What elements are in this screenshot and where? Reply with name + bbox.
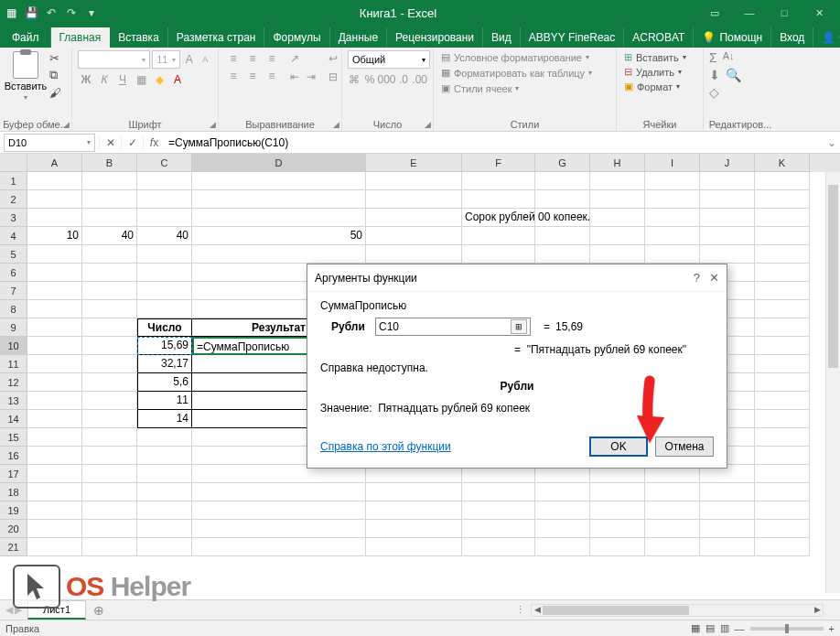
tab-abbyy[interactable]: ABBYY FineReac — [521, 27, 625, 48]
cut-icon[interactable]: ✂ — [49, 50, 66, 65]
dialog-close-icon[interactable]: ✕ — [709, 271, 719, 285]
row-header[interactable]: 14 — [0, 410, 27, 428]
save-icon[interactable]: 💾 — [24, 5, 38, 20]
formula-input[interactable] — [165, 134, 824, 152]
merge-icon[interactable]: ⊟ — [325, 69, 341, 85]
bold-button[interactable]: Ж — [78, 71, 94, 88]
col-header-h[interactable]: H — [590, 154, 645, 172]
col-header-j[interactable]: J — [700, 154, 755, 172]
dialog-launcher-icon[interactable]: ◢ — [210, 120, 216, 129]
percent-icon[interactable]: % — [363, 71, 377, 88]
row-header[interactable]: 7 — [0, 282, 27, 300]
cell-d4[interactable]: 50 — [192, 227, 366, 245]
format-cells-button[interactable]: ▣Формат▾ — [622, 80, 697, 93]
row-header[interactable]: 6 — [0, 264, 27, 282]
accounting-icon[interactable]: ⌘ — [348, 71, 361, 88]
dialog-launcher-icon[interactable]: ◢ — [63, 120, 70, 129]
row-header[interactable]: 21 — [0, 538, 27, 556]
row-header[interactable]: 11 — [0, 355, 27, 373]
find-icon[interactable]: 🔍 — [726, 68, 741, 82]
name-box[interactable]: D10▾ — [4, 134, 95, 152]
insert-function-icon[interactable]: fx — [143, 136, 165, 149]
row-header[interactable]: 4 — [0, 227, 27, 245]
col-header-b[interactable]: B — [82, 154, 137, 172]
row-header[interactable]: 20 — [0, 520, 27, 538]
grow-font-icon[interactable]: A — [182, 51, 197, 68]
qat-more-icon[interactable]: ▾ — [84, 5, 99, 20]
font-family-select[interactable]: ▾ — [78, 50, 150, 69]
align-center-icon[interactable]: ≡ — [243, 68, 262, 84]
normal-view-icon[interactable]: ▦ — [691, 622, 700, 634]
ribbon-options-icon[interactable]: ▭ — [697, 3, 732, 23]
comma-icon[interactable]: 000 — [379, 71, 395, 88]
tab-insert[interactable]: Вставка — [110, 27, 168, 48]
row-header[interactable]: 2 — [0, 190, 27, 209]
col-header-f[interactable]: F — [462, 154, 535, 172]
autosum-icon[interactable]: Σ — [709, 50, 717, 65]
tab-share[interactable]: 👤Общий доступ — [813, 27, 840, 48]
cell-c13[interactable]: 11 — [137, 392, 192, 410]
sheet-nav-prev-icon[interactable]: ◀ — [5, 604, 13, 616]
row-header[interactable]: 16 — [0, 447, 27, 465]
format-as-table-button[interactable]: ▦Форматировать как таблицу▾ — [439, 66, 610, 80]
range-selector-icon[interactable]: ⊞ — [511, 319, 527, 334]
insert-cells-button[interactable]: ⊞Вставить▾ — [622, 50, 697, 64]
decrease-indent-icon[interactable]: ⇤ — [286, 69, 303, 85]
font-color-icon[interactable]: A — [169, 71, 186, 88]
col-header-d[interactable]: D — [192, 154, 366, 172]
row-header[interactable]: 13 — [0, 392, 27, 410]
row-header[interactable]: 18 — [0, 483, 27, 501]
font-size-select[interactable]: 11▾ — [152, 50, 180, 69]
number-format-select[interactable]: Общий▾ — [348, 50, 430, 69]
align-right-icon[interactable]: ≡ — [263, 68, 281, 84]
align-bottom-icon[interactable]: ≡ — [263, 50, 281, 67]
cell-c12[interactable]: 5,6 — [137, 373, 192, 392]
clear-icon[interactable]: ◇ — [709, 85, 719, 100]
paste-button[interactable]: Вставить ▾ — [5, 50, 46, 102]
dialog-launcher-icon[interactable]: ◢ — [333, 120, 339, 129]
maximize-icon[interactable]: □ — [767, 3, 802, 23]
row-header[interactable]: 3 — [0, 209, 27, 227]
redo-icon[interactable]: ↷ — [64, 5, 79, 20]
cell-f3[interactable]: Сорок рублей 00 копеек. — [462, 209, 535, 227]
cell-c9[interactable]: Число — [137, 318, 192, 337]
fill-icon[interactable]: ⬇ — [709, 68, 720, 82]
function-help-link[interactable]: Справка по этой функции — [320, 440, 451, 453]
row-header[interactable]: 19 — [0, 501, 27, 520]
vertical-scrollbar[interactable] — [825, 172, 840, 593]
dec-decimal-icon[interactable]: .00 — [412, 71, 427, 88]
copy-icon[interactable]: ⧉ — [49, 68, 66, 82]
increase-indent-icon[interactable]: ⇥ — [303, 69, 319, 85]
row-header[interactable]: 1 — [0, 172, 27, 190]
tab-data[interactable]: Данные — [330, 27, 387, 48]
page-break-view-icon[interactable]: ▥ — [720, 622, 729, 634]
cancel-formula-icon[interactable]: ✕ — [99, 136, 121, 149]
minimize-icon[interactable]: — — [732, 3, 767, 23]
tab-pagelayout[interactable]: Разметка стран — [168, 27, 265, 48]
tab-tellme[interactable]: 💡Помощн — [694, 27, 771, 48]
argument-input[interactable] — [379, 320, 507, 333]
align-top-icon[interactable]: ≡ — [224, 50, 242, 67]
align-middle-icon[interactable]: ≡ — [243, 50, 262, 67]
cell-a4[interactable]: 10 — [27, 227, 82, 245]
dialog-help-icon[interactable]: ? — [694, 271, 700, 285]
shrink-font-icon[interactable]: A — [198, 51, 212, 68]
row-header[interactable]: 15 — [0, 428, 27, 447]
undo-icon[interactable]: ↶ — [44, 5, 59, 20]
col-header-g[interactable]: G — [535, 154, 590, 172]
zoom-slider[interactable] — [750, 627, 824, 631]
sort-icon[interactable]: A↓ — [723, 50, 735, 65]
border-icon[interactable]: ▦ — [133, 71, 149, 88]
cell-c14[interactable]: 14 — [137, 410, 192, 428]
cancel-button[interactable]: Отмена — [655, 437, 714, 457]
orientation-icon[interactable]: ↗ — [286, 50, 303, 67]
horizontal-scrollbar[interactable]: ◀▶ — [531, 604, 824, 617]
row-header[interactable]: 9 — [0, 318, 27, 337]
col-header-k[interactable]: K — [755, 154, 810, 172]
tab-review[interactable]: Рецензировани — [387, 27, 483, 48]
ok-button[interactable]: OK — [589, 437, 648, 457]
align-left-icon[interactable]: ≡ — [224, 68, 242, 84]
format-painter-icon[interactable]: 🖌 — [49, 85, 66, 100]
zoom-in-icon[interactable]: + — [829, 623, 835, 634]
col-header-i[interactable]: I — [645, 154, 700, 172]
